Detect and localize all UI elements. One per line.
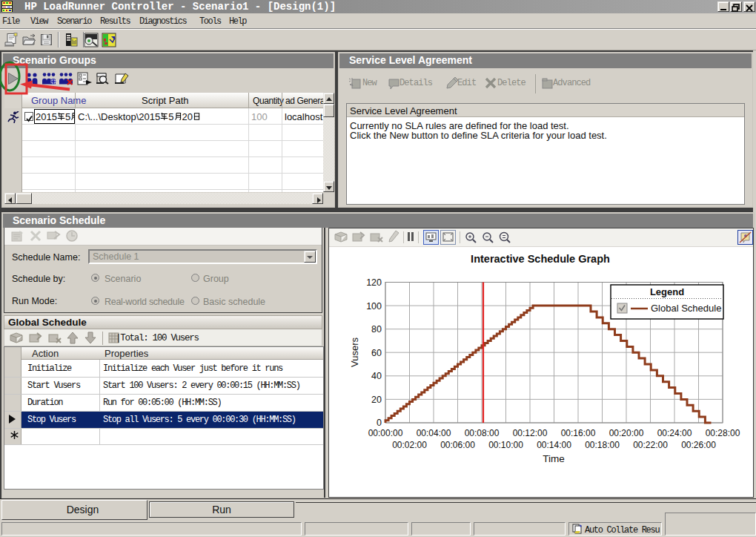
svg-text:20: 20	[371, 395, 382, 405]
svg-text:Global Schedule: Global Schedule	[651, 303, 721, 314]
svg-text:Vusers: Vusers	[349, 337, 360, 367]
svg-text:00:12:00: 00:12:00	[513, 428, 548, 438]
svg-text:00:20:00: 00:20:00	[609, 428, 644, 438]
svg-text:60: 60	[371, 348, 382, 358]
svg-text:00:04:00: 00:04:00	[417, 428, 451, 438]
svg-text:00:18:00: 00:18:00	[585, 440, 620, 450]
svg-text:00:14:00: 00:14:00	[537, 440, 571, 450]
svg-text:80: 80	[371, 324, 382, 335]
svg-text:Time: Time	[543, 453, 565, 464]
svg-text:00:26:00: 00:26:00	[681, 440, 716, 450]
svg-text:00:08:00: 00:08:00	[465, 428, 500, 438]
svg-text:100: 100	[366, 301, 382, 312]
svg-text:0: 0	[377, 418, 382, 428]
svg-text:00:02:00: 00:02:00	[392, 440, 427, 450]
svg-text:00:28:00: 00:28:00	[706, 428, 740, 438]
svg-text:00:22:00: 00:22:00	[633, 440, 668, 450]
svg-text:120: 120	[366, 277, 382, 288]
svg-text:00:10:00: 00:10:00	[488, 440, 523, 450]
svg-text:Legend: Legend	[650, 286, 684, 297]
svg-text:00:00:00: 00:00:00	[368, 428, 403, 438]
svg-text:00:16:00: 00:16:00	[561, 428, 596, 438]
svg-text:00:06:00: 00:06:00	[440, 440, 475, 450]
svg-text:40: 40	[371, 371, 382, 381]
svg-text:00:24:00: 00:24:00	[657, 428, 692, 438]
